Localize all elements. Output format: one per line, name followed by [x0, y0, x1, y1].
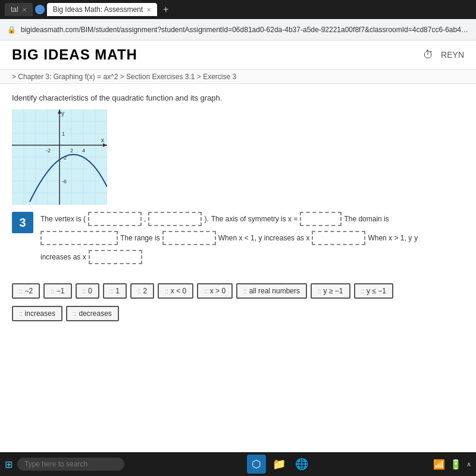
tile-yle-1-label: y ≤ −1	[367, 287, 386, 295]
tab-active-label: Big Ideas Math: Assessment	[53, 5, 143, 14]
vertex-label: The vertex is (	[40, 215, 86, 223]
svg-text:-6: -6	[62, 178, 67, 184]
clock-icon: ⏱	[423, 49, 434, 61]
tile-xlt0-label: x < 0	[171, 287, 186, 295]
tile-dots: ::	[204, 288, 208, 295]
tile-decreases[interactable]: :: decreases	[66, 306, 119, 321]
bim-logo: BIG IDEAS MATH	[12, 46, 137, 63]
breadcrumb: > Chapter 3: Graphing f(x) = ax^2 > Sect…	[0, 70, 476, 84]
taskbar-time: ∧	[466, 461, 471, 468]
tile-dots: ::	[361, 288, 365, 295]
tile-neg2-label: −2	[25, 287, 33, 295]
exercise-content: The vertex is ( , ). The axis of symmetr…	[40, 212, 464, 269]
windows-taskbar: ⊞ ⬡ 📁 🌐 📶 🔋 ∧	[0, 452, 476, 476]
exercise-block: 3 The vertex is ( , ). The axis of symme…	[12, 212, 464, 269]
tile-neg2[interactable]: :: −2	[12, 283, 40, 299]
address-bar: 🔒 bigideasmath.com/BIM/student/assignmen…	[0, 19, 476, 40]
question-instruction: Identify characteristics of the quadrati…	[12, 93, 464, 102]
domain-label: The domain is	[344, 215, 389, 223]
browser-tab-bar: tal ✕ Big Ideas Math: Assessment ✕ +	[0, 0, 476, 19]
tile-1-label: 1	[115, 287, 120, 295]
tab-active-close[interactable]: ✕	[146, 7, 151, 13]
when-greater-1-label-y: y	[414, 234, 418, 242]
user-name: REYN	[441, 50, 464, 60]
taskbar-system-icons: 📶 🔋 ∧	[433, 459, 471, 470]
tile-dots: ::	[165, 288, 168, 295]
svg-text:2: 2	[70, 148, 73, 154]
svg-text:4: 4	[82, 148, 85, 154]
new-tab-button[interactable]: +	[159, 4, 172, 15]
tile-dots: ::	[110, 288, 114, 295]
taskbar-battery-icon: 🔋	[450, 459, 462, 470]
tab-inactive-label: tal	[11, 5, 18, 14]
tile-xgt0-label: x > 0	[210, 287, 226, 295]
vertex-y-input[interactable]	[148, 212, 202, 226]
axis-symmetry-input[interactable]	[300, 212, 342, 226]
svg-text:y: y	[61, 110, 64, 117]
tile-all-real-label: all real numbers	[249, 287, 300, 295]
tile-dots: ::	[318, 288, 321, 295]
graph-container: x y -2 2 4 1 -2 -6	[12, 109, 107, 205]
domain-input[interactable]	[40, 231, 118, 245]
tile-increases-label: increases	[25, 309, 55, 318]
axis-symmetry-label: The axis of symmetry is x =	[211, 215, 298, 223]
tile-neg1-label: −1	[57, 287, 65, 295]
vertex-x-input[interactable]	[88, 212, 142, 226]
tile-0[interactable]: :: 0	[76, 283, 99, 299]
fill-row-2: The range is When x < 1, y increases as …	[40, 231, 464, 245]
tile-increases[interactable]: :: increases	[12, 306, 62, 321]
increases-input[interactable]	[89, 250, 142, 264]
tile-neg1[interactable]: :: −1	[43, 283, 71, 299]
tile-0-label: 0	[88, 287, 92, 295]
tile-yge-1-label: y ≥ −1	[324, 287, 343, 295]
lock-icon: 🔒	[7, 26, 16, 34]
tile-dots: ::	[51, 288, 54, 295]
taskbar-chrome-icon[interactable]: 🌐	[292, 455, 311, 474]
tile-dots: ::	[243, 288, 247, 295]
tile-dots: ::	[19, 288, 23, 295]
tab-inactive[interactable]: tal ✕	[5, 3, 33, 16]
tile-2[interactable]: :: 2	[130, 283, 154, 299]
fill-row-3: increases as x	[40, 250, 464, 264]
breadcrumb-text: > Chapter 3: Graphing f(x) = ax^2 > Sect…	[12, 73, 236, 81]
svg-text:1: 1	[62, 131, 65, 137]
tile-decreases-label: decreases	[79, 309, 111, 318]
tile-dots: ::	[83, 288, 86, 295]
fill-row-1: The vertex is ( , ). The axis of symmetr…	[40, 212, 464, 226]
tile-yge-1[interactable]: :: y ≥ −1	[311, 283, 350, 299]
tab-active[interactable]: Big Ideas Math: Assessment ✕	[47, 3, 157, 16]
taskbar-wifi-icon: 📶	[433, 459, 445, 470]
tile-xgt0[interactable]: :: x > 0	[197, 283, 233, 299]
when-less-1-label: When x < 1, y increases as x	[218, 234, 310, 242]
tab-inactive-close[interactable]: ✕	[22, 7, 27, 13]
taskbar-folder-icon[interactable]: 📁	[270, 455, 289, 474]
exercise-area: Identify characteristics of the quadrati…	[0, 84, 476, 452]
tile-1[interactable]: :: 1	[103, 283, 127, 299]
when-less-1-input[interactable]	[312, 231, 365, 245]
svg-text:-2: -2	[46, 148, 51, 154]
tile-dots: ::	[19, 311, 23, 317]
increases-label: increases as x	[40, 253, 86, 261]
quadratic-graph: x y -2 2 4 1 -2 -6	[12, 109, 107, 205]
when-greater-1-label: When x > 1, y	[368, 234, 412, 242]
exercise-number-badge: 3	[12, 212, 33, 233]
windows-icon[interactable]: ⊞	[5, 459, 12, 470]
header-right: ⏱ REYN	[423, 49, 464, 61]
range-input[interactable]	[162, 231, 216, 245]
tile-2-label: 2	[143, 287, 148, 295]
bim-header: BIG IDEAS MATH ⏱ REYN	[0, 40, 476, 70]
browser-content: BIG IDEAS MATH ⏱ REYN > Chapter 3: Graph…	[0, 40, 476, 452]
tile-dots: ::	[73, 311, 77, 317]
tile-dots: ::	[137, 288, 141, 295]
svg-text:x: x	[101, 137, 104, 143]
url-text[interactable]: bigideasmath.com/BIM/student/assignment?…	[21, 26, 469, 34]
tile-yle-1[interactable]: :: y ≤ −1	[354, 283, 394, 299]
tile-all-real[interactable]: :: all real numbers	[236, 283, 307, 299]
taskbar-edge-icon[interactable]: ⬡	[247, 455, 266, 474]
tile-xlt0[interactable]: :: x < 0	[158, 283, 193, 299]
answer-tiles-container: :: −2 :: −1 :: 0 :: 1 :: 2 :: x < 0	[12, 278, 464, 326]
windows-search-input[interactable]	[17, 458, 124, 471]
range-label: The range is	[120, 234, 160, 242]
vertex-close: ).	[204, 215, 208, 223]
taskbar-center: ⬡ 📁 🌐	[247, 455, 311, 474]
